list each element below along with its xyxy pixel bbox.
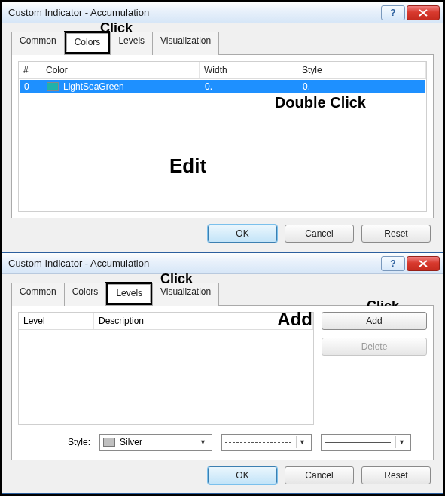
cell-color[interactable]: LightSeaGreen bbox=[42, 81, 200, 92]
add-button[interactable]: Add bbox=[322, 312, 427, 330]
dialog-buttons: OK Cancel Reset bbox=[11, 218, 434, 243]
tab-colors[interactable]: Colors bbox=[64, 283, 107, 306]
close-icon bbox=[418, 259, 428, 268]
side-buttons: Add Delete bbox=[322, 312, 427, 425]
reset-button[interactable]: Reset bbox=[361, 225, 431, 243]
dialog-buttons: OK Cancel Reset bbox=[11, 460, 434, 484]
close-button[interactable] bbox=[407, 256, 440, 271]
th-width[interactable]: Width bbox=[200, 62, 297, 78]
style-color-name: Silver bbox=[120, 437, 142, 447]
width-value: 0. bbox=[205, 81, 212, 92]
th-style[interactable]: Style bbox=[297, 62, 426, 78]
cancel-button[interactable]: Cancel bbox=[285, 466, 354, 484]
close-icon bbox=[418, 8, 428, 17]
tab-common[interactable]: Common bbox=[11, 32, 65, 55]
annotation-edit: Edit bbox=[169, 154, 206, 178]
th-index[interactable]: # bbox=[19, 62, 41, 78]
style-row: Style: Silver ▼ ▼ ▼ bbox=[18, 425, 427, 454]
tab-levels[interactable]: Levels bbox=[110, 32, 153, 55]
cell-width[interactable]: 0. bbox=[200, 81, 298, 92]
color-name: LightSeaGreen bbox=[63, 81, 124, 92]
titlebar[interactable]: Custom Indicator - Accumulation ? bbox=[2, 253, 443, 274]
style-label: Style: bbox=[23, 437, 90, 447]
tab-visualization[interactable]: Visualization bbox=[152, 283, 219, 306]
width-sample-line bbox=[217, 87, 294, 87]
style-value: 0. bbox=[303, 81, 310, 92]
th-description[interactable]: Description bbox=[94, 313, 313, 329]
solid-line-icon bbox=[325, 442, 391, 443]
tab-common[interactable]: Common bbox=[11, 283, 65, 306]
colors-table: # Color Width Style 0 LightSeaGreen 0. bbox=[18, 61, 427, 212]
dashed-line-icon bbox=[225, 442, 291, 443]
table-header: # Color Width Style bbox=[19, 62, 426, 79]
window-title: Custom Indicator - Accumulation bbox=[8, 7, 381, 18]
close-button[interactable] bbox=[407, 5, 440, 20]
dialog-colors: Custom Indicator - Accumulation ? Click … bbox=[2, 2, 443, 252]
style-linewidth-dropdown[interactable]: ▼ bbox=[321, 434, 411, 451]
ok-button[interactable]: OK bbox=[208, 466, 277, 484]
cell-style[interactable]: 0. bbox=[298, 81, 425, 92]
chevron-down-icon: ▼ bbox=[395, 436, 407, 448]
ok-button[interactable]: OK bbox=[208, 225, 277, 243]
highlight-box-colors-tab: Colors bbox=[64, 31, 111, 54]
help-button[interactable]: ? bbox=[381, 5, 405, 20]
tabstrip: Common Colors Levels Visualization bbox=[11, 31, 434, 55]
delete-button: Delete bbox=[322, 338, 427, 356]
tab-visualization[interactable]: Visualization bbox=[152, 32, 219, 55]
dialog-levels: Custom Indicator - Accumulation ? Click … bbox=[2, 252, 443, 494]
tab-panel: # Color Width Style 0 LightSeaGreen 0. bbox=[11, 55, 434, 218]
help-button[interactable]: ? bbox=[381, 256, 405, 271]
tab-levels[interactable]: Levels bbox=[108, 284, 151, 303]
tab-colors[interactable]: Colors bbox=[66, 33, 109, 52]
titlebar[interactable]: Custom Indicator - Accumulation ? bbox=[2, 2, 443, 23]
style-linetype-dropdown[interactable]: ▼ bbox=[221, 434, 312, 451]
style-color-dropdown[interactable]: Silver ▼ bbox=[99, 434, 212, 451]
reset-button[interactable]: Reset bbox=[361, 466, 431, 484]
tabstrip: Common Colors Levels Visualization bbox=[11, 282, 434, 306]
tab-panel: Add Level Description Add Delete Style: bbox=[11, 306, 434, 460]
cell-index: 0 bbox=[20, 81, 42, 92]
annotation-double-click: Double Click bbox=[275, 94, 366, 111]
cancel-button[interactable]: Cancel bbox=[285, 225, 354, 243]
levels-list[interactable]: Level Description bbox=[18, 312, 314, 425]
th-level[interactable]: Level bbox=[19, 313, 94, 329]
window-title: Custom Indicator - Accumulation bbox=[8, 258, 381, 269]
color-swatch bbox=[47, 82, 59, 91]
highlight-box-levels-tab: Levels bbox=[105, 282, 152, 305]
levels-header: Level Description bbox=[19, 313, 313, 330]
chevron-down-icon: ▼ bbox=[197, 436, 209, 448]
color-swatch-icon bbox=[103, 438, 115, 447]
chevron-down-icon: ▼ bbox=[296, 436, 308, 448]
table-row[interactable]: 0 LightSeaGreen 0. 0. bbox=[20, 80, 425, 93]
style-sample-line bbox=[315, 87, 421, 87]
th-color[interactable]: Color bbox=[41, 62, 200, 78]
